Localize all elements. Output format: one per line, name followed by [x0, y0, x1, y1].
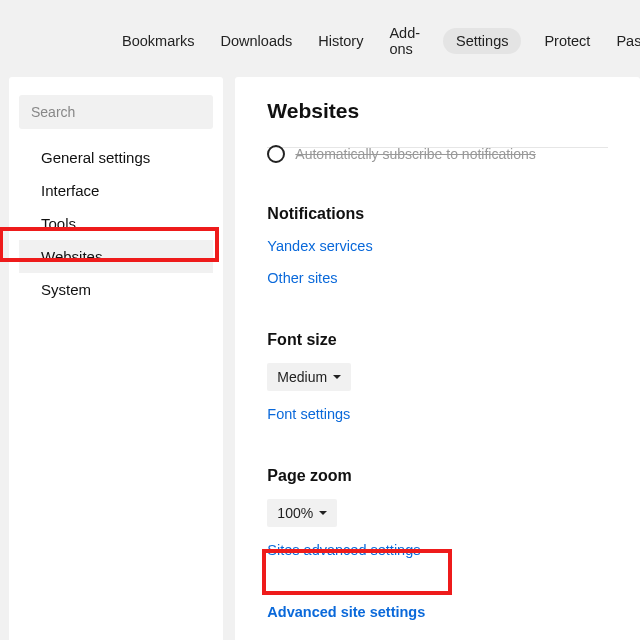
- nav-bookmarks[interactable]: Bookmarks: [122, 33, 195, 49]
- top-nav: Bookmarks Downloads History Add-ons Sett…: [0, 0, 640, 77]
- link-other-sites[interactable]: Other sites: [267, 270, 337, 286]
- page-zoom-select[interactable]: 100%: [267, 499, 337, 527]
- nav-settings[interactable]: Settings: [443, 28, 521, 54]
- font-size-heading: Font size: [267, 331, 608, 349]
- chevron-down-icon: [319, 511, 327, 515]
- nav-downloads[interactable]: Downloads: [221, 33, 293, 49]
- link-font-settings[interactable]: Font settings: [267, 406, 350, 422]
- sidebar-item-tools[interactable]: Tools: [19, 207, 213, 240]
- link-advanced-site-settings[interactable]: Advanced site settings: [267, 604, 425, 620]
- sidebar-item-system[interactable]: System: [19, 273, 213, 306]
- link-yandex-services[interactable]: Yandex services: [267, 238, 372, 254]
- page-zoom-value: 100%: [277, 505, 313, 521]
- cutline-text: Automatically subscribe to notifications: [295, 146, 535, 162]
- sidebar-item-websites[interactable]: Websites: [19, 240, 213, 273]
- font-size-value: Medium: [277, 369, 327, 385]
- content-panel: Websites Automatically subscribe to noti…: [235, 77, 640, 640]
- nav-passwords[interactable]: Passwords: [616, 33, 640, 49]
- font-size-select[interactable]: Medium: [267, 363, 351, 391]
- nav-protect[interactable]: Protect: [544, 33, 590, 49]
- nav-history[interactable]: History: [318, 33, 363, 49]
- search-input[interactable]: [19, 95, 213, 129]
- nav-addons[interactable]: Add-ons: [389, 25, 420, 57]
- sidebar: General settings Interface Tools Website…: [9, 77, 223, 640]
- notifications-heading: Notifications: [267, 205, 608, 223]
- chevron-down-icon: [333, 375, 341, 379]
- sidebar-item-general[interactable]: General settings: [19, 141, 213, 174]
- previous-option-cut: Automatically subscribe to notifications: [267, 145, 608, 163]
- radio-empty-icon: [267, 145, 285, 163]
- page-zoom-heading: Page zoom: [267, 467, 608, 485]
- link-sites-advanced-settings[interactable]: Sites advanced settings: [267, 542, 420, 558]
- page-title: Websites: [267, 99, 608, 148]
- sidebar-item-interface[interactable]: Interface: [19, 174, 213, 207]
